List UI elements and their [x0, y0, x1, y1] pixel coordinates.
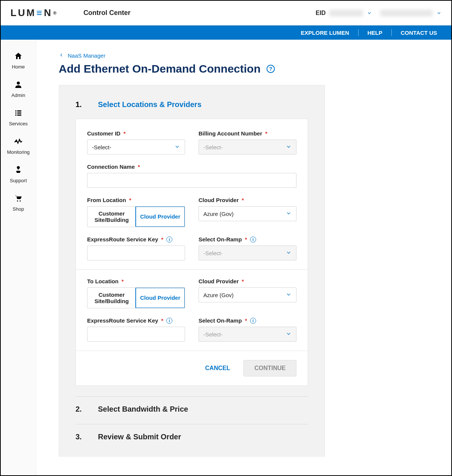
breadcrumb[interactable]: NaaS Manager	[59, 52, 429, 59]
svg-rect-3	[15, 113, 16, 114]
customer-id-value: -Select-	[92, 144, 174, 150]
from-location-customer[interactable]: Customer Site/Building	[87, 207, 136, 227]
nav-separator	[358, 29, 359, 36]
monitor-icon	[14, 137, 23, 147]
customer-id-label: Customer ID *	[87, 130, 185, 137]
breadcrumb-link[interactable]: NaaS Manager	[68, 52, 105, 59]
to-onramp-label: Select On-Ramp * i	[199, 317, 296, 324]
chevron-down-icon	[367, 10, 372, 16]
step-label: Select Bandwidth & Price	[98, 405, 188, 414]
svg-rect-1	[15, 110, 16, 112]
card-actions: CANCEL CONTINUE	[76, 351, 308, 385]
to-cloud-provider-value: Azure (Gov)	[203, 292, 286, 298]
sidebar-item-label: Home	[12, 64, 25, 70]
sidebar-item-services[interactable]: Services	[1, 103, 36, 132]
svg-point-0	[17, 82, 20, 85]
app-header: LUM≡N® Control Center EID	[1, 1, 451, 25]
product-name: Control Center	[83, 9, 130, 17]
to-location-label: To Location *	[87, 278, 185, 284]
connection-name-input[interactable]	[87, 173, 296, 188]
to-svc-key-input[interactable]	[87, 327, 185, 342]
to-location-customer[interactable]: Customer Site/Building	[87, 288, 136, 308]
chevron-down-icon	[286, 210, 292, 217]
svg-rect-2	[17, 110, 21, 112]
cart-icon	[14, 194, 23, 204]
nav-help[interactable]: HELP	[363, 30, 387, 36]
wizard-panel: 1. Select Locations & Providers Customer…	[59, 85, 325, 457]
home-icon	[14, 52, 23, 62]
step-label: Select Locations & Providers	[98, 100, 202, 109]
chevron-down-icon	[436, 10, 442, 16]
info-icon[interactable]: i	[250, 318, 256, 324]
sidebar: Home Admin Services Monitoring Support S…	[1, 40, 36, 475]
step-1-header: 1. Select Locations & Providers	[76, 100, 308, 109]
from-onramp-placeholder: -Select-	[203, 250, 286, 256]
step-2-header[interactable]: 2. Select Bandwidth & Price	[76, 396, 308, 414]
from-svc-key-input[interactable]	[87, 245, 185, 260]
eid-dropdown[interactable]: EID	[316, 10, 372, 16]
sidebar-item-label: Services	[9, 121, 28, 126]
step-number: 3.	[76, 433, 83, 441]
page-title-text: Add Ethernet On-Demand Connection	[59, 62, 261, 75]
cancel-button[interactable]: CANCEL	[203, 364, 233, 372]
step-1-card: Customer ID * -Select- Billing Account N…	[76, 119, 308, 386]
nav-explore[interactable]: EXPLORE LUMEN	[296, 30, 354, 36]
from-location-toggle: Customer Site/Building Cloud Provider	[87, 206, 185, 227]
from-onramp-label: Select On-Ramp * i	[199, 236, 296, 242]
chevron-down-icon	[286, 144, 292, 151]
from-location-label: From Location *	[87, 197, 185, 203]
to-onramp-placeholder: -Select-	[203, 331, 286, 338]
sidebar-item-home[interactable]: Home	[1, 46, 36, 75]
list-icon	[14, 109, 23, 119]
from-svc-key-label: ExpressRoute Service Key * i	[87, 236, 185, 242]
to-cloud-provider-label: Cloud Provider *	[199, 278, 296, 284]
from-cloud-provider-select[interactable]: Azure (Gov)	[199, 206, 296, 221]
from-location-cloud[interactable]: Cloud Provider	[135, 206, 185, 227]
svg-point-8	[19, 200, 21, 201]
logo[interactable]: LUM≡N®	[10, 7, 58, 19]
customer-id-select[interactable]: -Select-	[87, 140, 185, 155]
eid-label: EID	[316, 10, 326, 16]
connection-name-label: Connection Name *	[87, 164, 296, 170]
svg-point-7	[17, 200, 18, 201]
sidebar-item-support[interactable]: Support	[1, 160, 36, 189]
account-dropdown[interactable]	[380, 10, 442, 16]
to-onramp-select[interactable]: -Select-	[199, 327, 296, 342]
account-name-redacted	[380, 10, 433, 16]
to-cloud-provider-select[interactable]: Azure (Gov)	[199, 287, 296, 302]
sidebar-item-shop[interactable]: Shop	[1, 189, 36, 217]
chevron-down-icon	[286, 250, 292, 257]
step-3-header[interactable]: 3. Review & Submit Order	[76, 424, 308, 441]
to-svc-key-label: ExpressRoute Service Key * i	[87, 317, 185, 324]
svg-rect-6	[17, 115, 21, 116]
support-icon	[14, 165, 23, 176]
top-nav: EXPLORE LUMEN HELP CONTACT US	[1, 25, 451, 40]
ban-select[interactable]: -Select-	[199, 140, 296, 155]
svg-rect-5	[15, 115, 16, 116]
nav-separator	[391, 29, 392, 36]
info-icon[interactable]: i	[250, 237, 256, 242]
from-onramp-select[interactable]: -Select-	[199, 245, 296, 260]
chevron-left-icon	[59, 52, 64, 59]
from-cloud-provider-value: Azure (Gov)	[203, 211, 286, 217]
info-icon[interactable]: i	[166, 237, 172, 242]
chevron-down-icon	[174, 144, 180, 151]
chevron-down-icon	[286, 292, 292, 299]
info-icon[interactable]: i	[166, 318, 172, 324]
help-icon[interactable]: ?	[267, 65, 275, 73]
nav-contact[interactable]: CONTACT US	[396, 30, 442, 36]
sidebar-item-admin[interactable]: Admin	[1, 75, 36, 103]
section-divider	[76, 269, 308, 270]
chevron-down-icon	[286, 331, 292, 338]
sidebar-item-label: Support	[10, 178, 27, 183]
sidebar-item-monitoring[interactable]: Monitoring	[1, 132, 36, 160]
step-label: Review & Submit Order	[98, 433, 181, 441]
sidebar-item-label: Monitoring	[7, 149, 30, 155]
svg-rect-4	[17, 113, 21, 114]
page-title: Add Ethernet On-Demand Connection ?	[59, 62, 429, 75]
user-icon	[14, 80, 23, 90]
ban-placeholder: -Select-	[203, 144, 286, 150]
from-cloud-provider-label: Cloud Provider *	[199, 197, 296, 203]
continue-button[interactable]: CONTINUE	[243, 360, 296, 376]
to-location-cloud[interactable]: Cloud Provider	[135, 287, 185, 308]
